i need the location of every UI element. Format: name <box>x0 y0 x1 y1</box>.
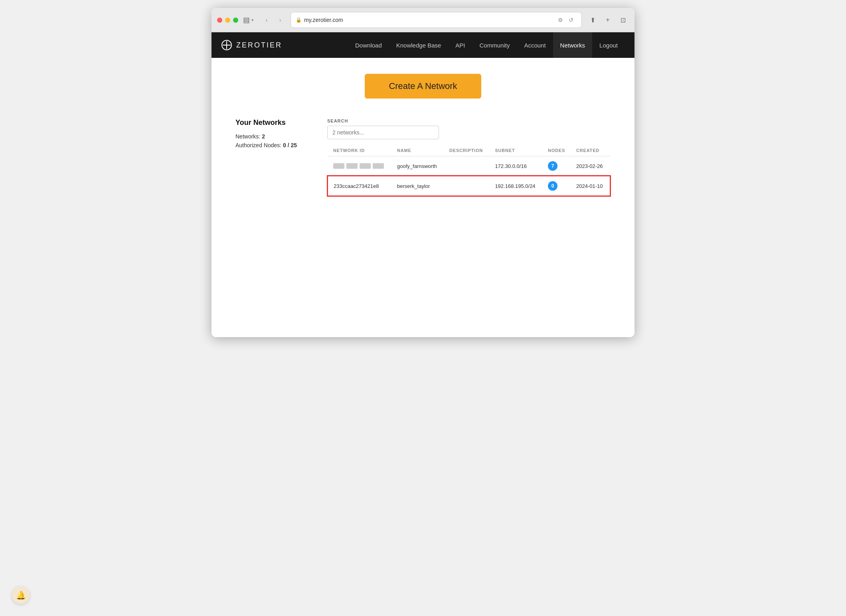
refresh-button[interactable]: ↺ <box>565 14 577 26</box>
blur-block-1 <box>333 163 344 169</box>
create-btn-container: Create A Network <box>235 74 611 99</box>
cell-subnet: 192.168.195.0/24 <box>490 176 543 196</box>
cell-description <box>445 176 490 196</box>
share-button[interactable]: ⬆ <box>587 14 599 26</box>
networks-section: Your Networks Networks: 2 Authorized Nod… <box>235 118 611 196</box>
sidebar-toggle[interactable]: ▤ ▾ <box>243 16 254 24</box>
chevron-down-icon: ▾ <box>251 18 254 23</box>
browser-actions: ⬆ + ⊡ <box>587 14 629 26</box>
new-tab-button[interactable]: + <box>602 14 614 26</box>
nav-links: Download Knowledge Base API Community Ac… <box>348 32 625 58</box>
bell-icon: 🔔 <box>16 590 26 600</box>
traffic-lights <box>217 18 238 23</box>
search-label: SEARCH <box>327 118 611 123</box>
cell-subnet: 172.30.0.0/16 <box>490 156 543 176</box>
networks-label: Networks: <box>235 133 260 140</box>
nav-link-api[interactable]: API <box>448 32 472 58</box>
browser-chrome: ▤ ▾ ‹ › 🔒 ⚙ ↺ ⬆ + ⊡ <box>212 8 634 32</box>
col-subnet: SUBNET <box>490 145 543 156</box>
forward-button[interactable]: › <box>275 14 286 26</box>
translate-icon: ⚙ <box>558 17 563 23</box>
logo-text: ZEROTIER <box>236 41 282 49</box>
lock-icon: 🔒 <box>296 17 302 23</box>
app-content: ZEROTIER Download Knowledge Base API Com… <box>212 32 634 337</box>
blur-block-2 <box>346 163 358 169</box>
browser-window: ▤ ▾ ‹ › 🔒 ⚙ ↺ ⬆ + ⊡ <box>212 8 634 337</box>
table-row[interactable]: goofy_farnsworth 172.30.0.0/16 7 2023-02… <box>328 156 610 176</box>
network-id-blur <box>333 163 387 169</box>
cell-network-id <box>328 156 392 176</box>
col-description: DESCRIPTION <box>445 145 490 156</box>
sidebar-icon: ▤ <box>243 16 250 24</box>
col-name: NAME <box>392 145 445 156</box>
create-network-button[interactable]: Create A Network <box>365 74 481 99</box>
zerotier-logo-icon <box>221 39 232 51</box>
cell-created: 2023-02-26 <box>571 156 610 176</box>
main-content: Create A Network Your Networks Networks:… <box>212 58 634 337</box>
table-body: goofy_farnsworth 172.30.0.0/16 7 2023-02… <box>328 156 610 196</box>
cell-description <box>445 156 490 176</box>
maximize-button[interactable] <box>233 18 238 23</box>
nav-link-account[interactable]: Account <box>517 32 553 58</box>
your-networks-title: Your Networks <box>235 118 307 127</box>
nav-link-community[interactable]: Community <box>472 32 517 58</box>
search-input[interactable] <box>327 126 439 139</box>
blur-block-4 <box>373 163 384 169</box>
close-button[interactable] <box>217 18 222 23</box>
col-created: CREATED <box>571 145 610 156</box>
logo-area: ZEROTIER <box>221 39 348 51</box>
authorized-count: 0 / 25 <box>283 142 297 148</box>
cell-name: goofy_farnsworth <box>392 156 445 176</box>
nav-link-logout[interactable]: Logout <box>592 32 625 58</box>
nav-link-download[interactable]: Download <box>348 32 389 58</box>
address-bar[interactable] <box>304 17 555 23</box>
minimize-button[interactable] <box>225 18 230 23</box>
networks-count: 2 <box>262 133 265 140</box>
navbar: ZEROTIER Download Knowledge Base API Com… <box>212 32 634 58</box>
cell-nodes: 0 <box>543 176 571 196</box>
address-bar-container: 🔒 ⚙ ↺ <box>291 12 582 28</box>
back-button[interactable]: ‹ <box>261 14 272 26</box>
col-nodes: NODES <box>543 145 571 156</box>
networks-count-line: Networks: 2 <box>235 133 307 140</box>
col-network-id: NETWORK ID <box>328 145 392 156</box>
cell-name: berserk_taylor <box>392 176 445 196</box>
table-header: NETWORK ID NAME DESCRIPTION SUBNET NODES… <box>328 145 610 156</box>
authorized-nodes-line: Authorized Nodes: 0 / 25 <box>235 142 307 148</box>
authorized-label: Authorized Nodes: <box>235 142 281 148</box>
cell-network-id: 233ccaac273421e8 <box>328 176 392 196</box>
notification-bell[interactable]: 🔔 <box>12 586 30 604</box>
fullscreen-button[interactable]: ⊡ <box>617 14 629 26</box>
nav-link-networks[interactable]: Networks <box>553 32 593 58</box>
cell-created: 2024-01-10 <box>571 176 610 196</box>
table-row[interactable]: 233ccaac273421e8 berserk_taylor 192.168.… <box>328 176 610 196</box>
table-area: SEARCH NETWORK ID NAME DESCRIPTION SUBNE… <box>327 118 611 196</box>
sidebar-info: Your Networks Networks: 2 Authorized Nod… <box>235 118 307 196</box>
node-badge: 7 <box>548 161 557 171</box>
browser-controls: ‹ › <box>261 14 286 26</box>
blur-block-3 <box>360 163 371 169</box>
cell-nodes: 7 <box>543 156 571 176</box>
nav-link-knowledge-base[interactable]: Knowledge Base <box>389 32 449 58</box>
networks-table: NETWORK ID NAME DESCRIPTION SUBNET NODES… <box>327 145 611 196</box>
node-badge: 0 <box>548 181 557 191</box>
